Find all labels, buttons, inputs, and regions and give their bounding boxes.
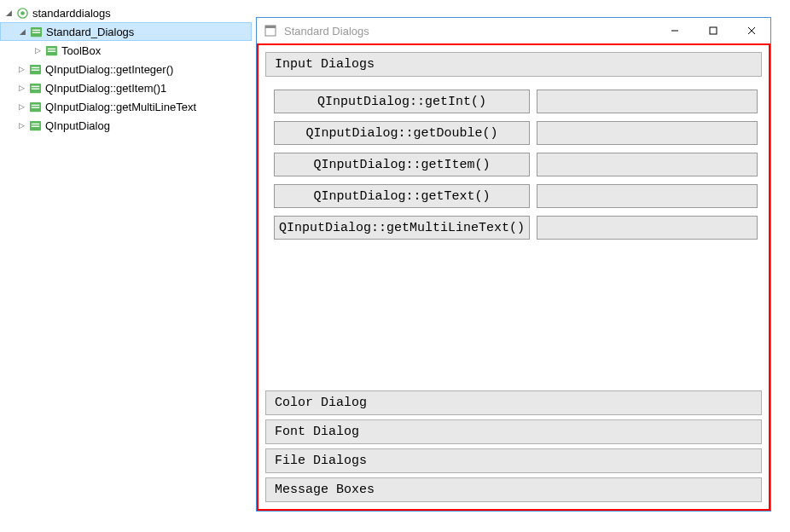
getint-output xyxy=(537,90,758,113)
file-dialogs-group[interactable]: File Dialogs xyxy=(265,448,762,473)
font-dialog-group[interactable]: Font Dialog xyxy=(265,419,762,444)
svg-point-1 xyxy=(20,11,25,15)
window-title: Standard Dialogs xyxy=(284,25,655,38)
tree-label: QInputDialog::getItem()1 xyxy=(45,82,166,95)
svg-rect-6 xyxy=(47,48,55,49)
form-icon xyxy=(28,81,42,95)
tree-item-qinputdialog[interactable]: ▷ QInputDialog xyxy=(0,116,252,135)
bottom-groups: Color Dialog Font Dialog File Dialogs Me… xyxy=(265,390,762,502)
gettext-button[interactable]: QInputDialog::getText() xyxy=(274,184,530,208)
collapse-icon[interactable]: ◢ xyxy=(17,26,27,37)
getdouble-output xyxy=(537,121,758,145)
tree-item-getinteger[interactable]: ▷ QInputDialog::getInteger() xyxy=(0,60,252,78)
expand-icon[interactable]: ▷ xyxy=(16,64,26,74)
message-boxes-group[interactable]: Message Boxes xyxy=(265,477,762,502)
svg-rect-19 xyxy=(31,125,38,126)
tree-label: ToolBox xyxy=(61,44,101,57)
app-icon xyxy=(264,24,277,38)
node-icon xyxy=(15,6,29,20)
svg-rect-21 xyxy=(265,26,276,28)
expand-icon[interactable]: ▷ xyxy=(16,101,26,112)
tree-item-standard-dialogs[interactable]: ◢ Standard_Dialogs xyxy=(0,22,252,41)
svg-rect-12 xyxy=(31,85,38,86)
gettext-output xyxy=(537,184,758,208)
svg-rect-10 xyxy=(31,69,38,70)
group-body: QInputDialog::getInt() QInputDialog::get… xyxy=(265,77,762,244)
getint-button[interactable]: QInputDialog::getInt() xyxy=(274,90,530,113)
dialog-content: Input Dialogs QInputDialog::getInt() QIn… xyxy=(257,43,770,511)
input-dialogs-group: Input Dialogs QInputDialog::getInt() QIn… xyxy=(265,52,762,244)
input-row: QInputDialog::getText() xyxy=(270,184,758,208)
form-icon xyxy=(28,119,42,132)
tree-item-getitem[interactable]: ▷ QInputDialog::getItem()1 xyxy=(0,78,252,97)
group-header[interactable]: Input Dialogs xyxy=(265,52,762,77)
svg-rect-18 xyxy=(31,123,38,124)
minimize-button[interactable] xyxy=(655,18,694,43)
expand-icon[interactable]: ▷ xyxy=(16,120,26,130)
svg-rect-7 xyxy=(47,50,55,51)
expand-icon[interactable]: ▷ xyxy=(16,83,26,93)
collapse-icon[interactable]: ◢ xyxy=(3,8,14,18)
form-icon xyxy=(44,43,58,57)
input-row: QInputDialog::getDouble() xyxy=(270,121,758,145)
input-row: QInputDialog::getInt() xyxy=(270,90,758,113)
input-row: QInputDialog::getItem() xyxy=(270,153,758,176)
titlebar-buttons xyxy=(655,18,770,43)
tree-label: QInputDialog::getMultiLineText xyxy=(45,101,196,113)
tree-panel: ◢ standarddialogs ◢ Standard_Dialogs ▷ T… xyxy=(0,0,252,138)
input-row: QInputDialog::getMultiLineText() xyxy=(270,216,758,240)
getdouble-button[interactable]: QInputDialog::getDouble() xyxy=(274,121,530,145)
titlebar[interactable]: Standard Dialogs xyxy=(257,18,770,43)
tree-label: QInputDialog xyxy=(45,119,110,132)
getmultilinetext-button[interactable]: QInputDialog::getMultiLineText() xyxy=(274,216,530,240)
form-icon xyxy=(29,25,43,38)
svg-rect-4 xyxy=(32,32,39,32)
svg-rect-3 xyxy=(32,29,39,30)
expand-icon[interactable]: ▷ xyxy=(32,45,43,55)
tree-label: standarddialogs xyxy=(32,7,111,20)
form-icon xyxy=(28,100,42,113)
getmultilinetext-output xyxy=(537,216,758,240)
svg-rect-9 xyxy=(31,66,38,67)
tree-label: Standard_Dialogs xyxy=(46,26,134,38)
tree-root-item[interactable]: ◢ standarddialogs xyxy=(0,3,252,22)
close-button[interactable] xyxy=(732,18,770,43)
dialog-window: Standard Dialogs Input Dialogs QInputDia… xyxy=(256,17,771,512)
tree-label: QInputDialog::getInteger() xyxy=(45,63,173,76)
getitem-output xyxy=(537,153,758,176)
svg-rect-23 xyxy=(710,27,717,34)
svg-rect-16 xyxy=(31,107,38,107)
svg-rect-13 xyxy=(31,88,38,89)
svg-rect-15 xyxy=(31,104,38,105)
getitem-button[interactable]: QInputDialog::getItem() xyxy=(274,153,530,176)
spacer xyxy=(265,248,762,390)
form-icon xyxy=(28,62,42,76)
tree-item-getmultilinetext[interactable]: ▷ QInputDialog::getMultiLineText xyxy=(0,97,252,116)
maximize-button[interactable] xyxy=(694,18,732,43)
tree-item-toolbox[interactable]: ▷ ToolBox xyxy=(0,41,252,60)
color-dialog-group[interactable]: Color Dialog xyxy=(265,390,762,415)
